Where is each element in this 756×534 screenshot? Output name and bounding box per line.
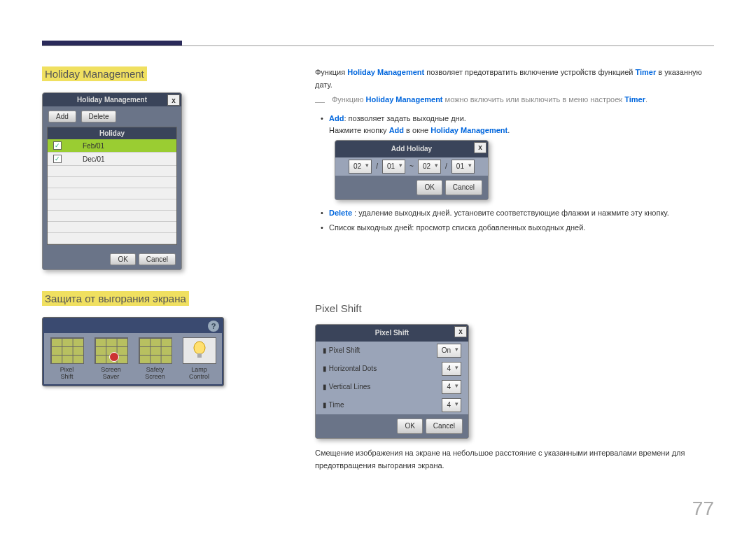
safety-screen-option[interactable]: Safety Screen [135,337,175,380]
lamp-icon [183,337,216,364]
text: можно включить или выключить в меню наст… [443,95,625,104]
term-add: Add [389,126,404,134]
cancel-button[interactable]: Cancel [426,419,463,434]
text: : удаление выходных дней. установите соо… [352,209,669,217]
table-row[interactable]: ✓ Dec/01 [48,153,176,166]
text: Функция [315,68,347,76]
text: Нажмите кнопку [329,126,389,134]
close-icon[interactable]: x [167,94,180,106]
field-horizontal-dots: ▮ Horizontal Dots 4 [316,360,468,378]
month-from-select[interactable]: 02 [349,160,372,174]
pixel-shift-icon [50,337,84,364]
svg-rect-1 [197,353,202,358]
help-icon[interactable]: ? [208,321,219,332]
checkbox-icon[interactable]: ✓ [53,141,62,150]
heading-pixel-shift: Pixel Shift [315,300,721,317]
close-icon[interactable]: x [454,326,467,337]
time-select[interactable]: 4 [442,398,461,412]
dash-icon: ― [315,94,332,109]
heading-screen-burn-protection: Защита от выгорания экрана [42,291,189,306]
option-label: Pixel Shift [47,366,87,380]
svg-point-0 [194,342,205,354]
holiday-date-cell: Dec/01 [83,155,105,163]
dialog-footer: OK Cancel [43,249,181,269]
text: : позволяет задать выходные дни. [344,114,465,122]
bullet-text: Список выходных дней: просмотр списка до… [329,222,585,234]
dialog-title: Add Holiday x [335,141,488,157]
ok-button[interactable]: OK [416,180,442,195]
term-holiday-management: Holiday Management [366,95,443,104]
ok-button[interactable]: OK [397,419,422,434]
option-label: Screen Saver [91,366,131,380]
bullet-delete: • Delete : удаление выходных дней. устан… [315,207,721,220]
pixel-shift-option[interactable]: Pixel Shift [47,337,87,380]
term-add: Add [329,114,344,122]
bullet-text: Delete : удаление выходных дней. установ… [329,207,669,220]
pixel-shift-dialog: Pixel Shift x ▮ Pixel Shift On ▮ Horizon… [315,324,469,439]
lamp-control-option[interactable]: Lamp Control [179,337,219,380]
term-timer: Timer [624,95,645,104]
day-to-select[interactable]: 01 [451,160,475,174]
month-to-select[interactable]: 02 [418,160,441,174]
screen-saver-option[interactable]: Screen Saver [91,337,131,380]
delete-button[interactable]: Delete [81,111,117,122]
table-row [48,211,176,222]
header-rule [42,45,714,46]
title-text: Pixel Shift [375,328,409,339]
screen-burn-panel: ? Pixel Shift Screen Saver Safety Screen… [42,317,224,386]
heading-holiday-management: Holiday Management [42,66,147,81]
table-row [48,233,176,244]
term-holiday-management: Holiday Management [347,68,424,76]
dialog-footer: OK Cancel [335,176,488,199]
text: позволяет предотвратить включение устрой… [424,68,635,76]
panel-top-bar: ? [44,319,222,333]
term-delete: Delete [329,209,352,217]
field-pixel-shift: ▮ Pixel Shift On [316,342,468,360]
ok-button[interactable]: OK [110,253,135,265]
safety-screen-icon [139,337,172,364]
table-row [48,177,176,188]
field-label: ▮ Time [323,400,344,411]
holiday-management-dialog: Holiday Management x Add Delete Holiday … [42,92,182,270]
table-row [48,188,176,199]
screen-saver-icon [94,337,128,364]
bullet-text: Add: позволяет задать выходные дни. Нажм… [329,113,510,137]
dialog-footer: OK Cancel [316,414,468,438]
field-vertical-lines: ▮ Vertical Lines 4 [316,378,468,396]
table-row [48,166,176,177]
term-timer: Timer [636,68,657,76]
add-button[interactable]: Add [48,111,76,122]
note-text: Функцию Holiday Management можно включит… [332,94,648,109]
text: Функцию [332,95,366,104]
add-holiday-dialog: Add Holiday x 02 / 01 ~ 02 / 01 OK Cance… [335,140,489,200]
day-from-select[interactable]: 01 [382,160,405,174]
cancel-button[interactable]: Cancel [139,253,176,265]
horizontal-dots-select[interactable]: 4 [442,362,461,376]
range-separator: ~ [410,161,414,172]
checkbox-icon[interactable]: ✓ [53,155,62,163]
option-label: Lamp Control [179,366,219,380]
field-time: ▮ Time 4 [316,396,468,414]
burn-options-row: Pixel Shift Screen Saver Safety Screen L… [44,333,222,384]
bullet-icon: • [315,113,329,137]
term-holiday-management: Holiday Management [430,126,507,134]
page-number: 77 [692,498,714,520]
title-text: Holiday Management [77,96,147,104]
date-range-row: 02 / 01 ~ 02 / 01 [335,157,488,176]
bullet-icon: • [315,222,329,234]
bullet-icon: • [315,207,329,220]
table-row[interactable]: ✓ Feb/01 [48,139,176,153]
pixel-shift-description: Смещение изображения на экране на неболь… [315,447,721,472]
slash: / [376,161,378,172]
text: . [645,95,648,104]
text: . [507,126,510,134]
field-label: ▮ Horizontal Dots [323,363,377,374]
bullet-list: • Список выходных дней: просмотр списка … [315,222,721,234]
cancel-button[interactable]: Cancel [445,180,482,195]
intro-paragraph: Функция Holiday Management позволяет пре… [315,66,721,91]
vertical-lines-select[interactable]: 4 [442,380,461,394]
title-text: Add Holiday [391,143,432,155]
close-icon[interactable]: x [474,142,486,153]
pixel-shift-select[interactable]: On [437,344,461,358]
right-column: Функция Holiday Management позволяет пре… [315,66,721,472]
